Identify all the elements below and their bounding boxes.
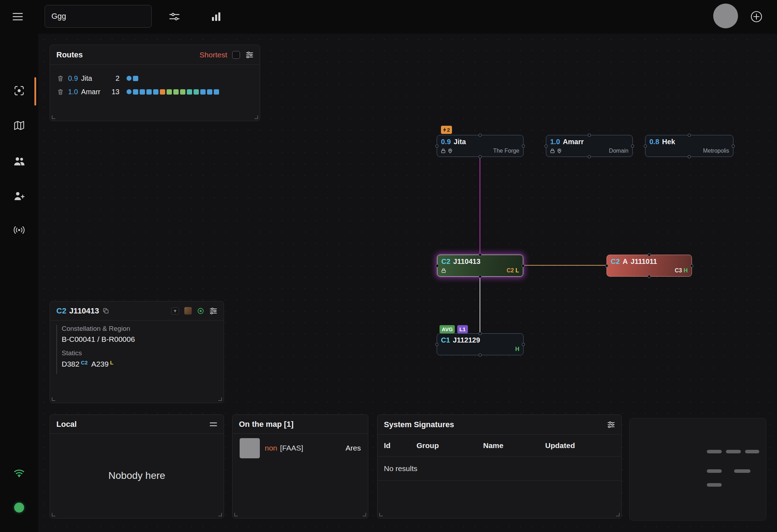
system-info-panel: C2 J110413 ▼ Constellati <box>50 301 224 403</box>
route-jump-count: 2 <box>103 74 119 83</box>
signatures-title: System Signatures <box>384 420 454 429</box>
connection-handle <box>688 155 691 158</box>
route-security: 0.9 <box>68 74 78 83</box>
system-class: C1 <box>441 336 450 344</box>
route-jump-squares <box>127 89 219 95</box>
static-code: D382 <box>62 360 79 368</box>
delete-route-icon[interactable] <box>58 75 63 81</box>
map-node-amarr[interactable]: 1.0 Amarr Domain <box>546 135 633 157</box>
map-name-input[interactable] <box>45 5 152 28</box>
constellation-value: B-C00041 / B-R00006 <box>62 335 135 344</box>
lock-icon <box>441 268 446 273</box>
map-node-j110413[interactable]: C2 J110413 C2 L <box>437 255 523 277</box>
route-destination: Amarr <box>81 88 100 96</box>
system-name: J112129 <box>453 336 480 344</box>
routes-settings-icon[interactable] <box>246 51 253 58</box>
system-security: 1.0 <box>550 138 560 146</box>
sidebar-item-signals[interactable] <box>11 222 27 238</box>
target-icon[interactable] <box>197 307 204 315</box>
routes-mode-checkbox[interactable] <box>232 51 240 59</box>
connection-handle <box>479 155 482 158</box>
copy-icon[interactable] <box>103 308 109 314</box>
dropdown-icon[interactable]: ▼ <box>171 307 179 315</box>
system-signatures-panel: System Signatures Id Group Name Updated … <box>377 414 622 519</box>
constellation-label: Constellation & Region <box>62 325 135 333</box>
pilot-name: non <box>265 444 277 452</box>
badge-label: AVG <box>442 326 453 332</box>
sidebar-item-maps[interactable] <box>11 118 27 133</box>
statics-label: Statics <box>62 349 135 357</box>
pin-icon <box>448 148 452 153</box>
connection-handle <box>688 134 691 137</box>
system-tag: A <box>623 257 628 266</box>
signatures-header-row: Id Group Name Updated <box>378 435 621 457</box>
on-the-map-panel: On the map [1] non [FAAS] Ares <box>232 414 368 519</box>
system-security: 0.9 <box>441 138 451 146</box>
badge-label: L1 <box>459 326 466 332</box>
static-class: C3 <box>675 267 682 273</box>
column-header-name[interactable]: Name <box>483 435 503 457</box>
connection-handle <box>644 145 647 148</box>
column-header-updated[interactable]: Updated <box>545 435 575 457</box>
column-header-id[interactable]: Id <box>384 435 391 457</box>
wifi-icon <box>13 468 25 477</box>
map-stats-button[interactable] <box>208 9 224 24</box>
connection-handle <box>435 145 438 148</box>
map-filter-button[interactable] <box>167 10 181 24</box>
online-status-indicator <box>14 503 24 513</box>
pilot-ship: Ares <box>346 444 361 452</box>
route-row-jita[interactable]: 0.9 Jita 2 <box>50 72 260 85</box>
region-name: Metropolis <box>703 148 729 154</box>
system-name: J110413 <box>453 257 481 266</box>
lock-icon <box>441 148 446 153</box>
connection-handle <box>479 332 482 335</box>
pilot-row[interactable]: non [FAAS] Ares <box>233 437 368 459</box>
sidebar-item-follow-character[interactable] <box>11 188 27 204</box>
kills-badge: 2 <box>441 126 452 134</box>
info-settings-icon[interactable] <box>209 307 217 315</box>
filter-sliders-icon <box>169 12 180 21</box>
placeholder-bar <box>707 469 722 473</box>
region-name: Domain <box>609 148 628 154</box>
route-destination: Jita <box>81 74 92 83</box>
column-header-group[interactable]: Group <box>417 435 439 457</box>
kills-count: 2 <box>447 127 450 133</box>
avatar[interactable] <box>713 4 738 28</box>
routes-mode-toggle[interactable]: Shortest <box>200 51 227 59</box>
minimized-widget <box>629 418 766 521</box>
map-node-j111011[interactable]: C2 A J111011 C3 H <box>606 255 692 277</box>
bar-chart-icon <box>211 11 222 22</box>
connection-handle <box>588 134 591 137</box>
map-node-j112129[interactable]: C1 J112129 H <box>437 333 524 355</box>
delete-route-icon[interactable] <box>58 89 63 95</box>
signatures-settings-icon[interactable] <box>607 421 615 428</box>
connection-handle <box>732 145 735 148</box>
add-button[interactable] <box>749 9 764 24</box>
menu-button[interactable] <box>11 10 25 24</box>
system-class: C2 <box>611 257 620 266</box>
scan-target-icon <box>13 85 25 96</box>
system-name: J110413 <box>69 306 99 316</box>
connection-handle <box>605 264 608 267</box>
map-node-hek[interactable]: 0.8 Hek Metropolis <box>645 135 733 157</box>
connection-status-wifi[interactable] <box>11 465 27 481</box>
sidebar-item-tracking[interactable] <box>11 83 27 98</box>
placeholder-bar <box>707 450 722 453</box>
route-jump-count: 13 <box>103 88 119 96</box>
connection-handle <box>436 264 439 267</box>
system-thumbnail[interactable] <box>184 307 192 315</box>
no-results-text: No results <box>384 464 418 473</box>
system-class: C2 <box>441 257 451 266</box>
map-node-jita[interactable]: 0.9 Jita The Forge <box>437 135 524 157</box>
connection-handle <box>435 343 438 346</box>
placeholder-bar <box>734 469 750 473</box>
person-add-icon <box>13 191 25 201</box>
connection-handle <box>521 264 525 267</box>
route-row-amarr[interactable]: 1.0 Amarr 13 <box>50 85 260 98</box>
sidebar-item-characters[interactable] <box>11 153 27 169</box>
map-icon <box>13 120 25 131</box>
list-icon[interactable] <box>209 422 217 426</box>
connection-handle <box>522 343 525 346</box>
route-jump-squares <box>127 76 138 81</box>
statics-value: D382C2A239L <box>62 360 135 368</box>
